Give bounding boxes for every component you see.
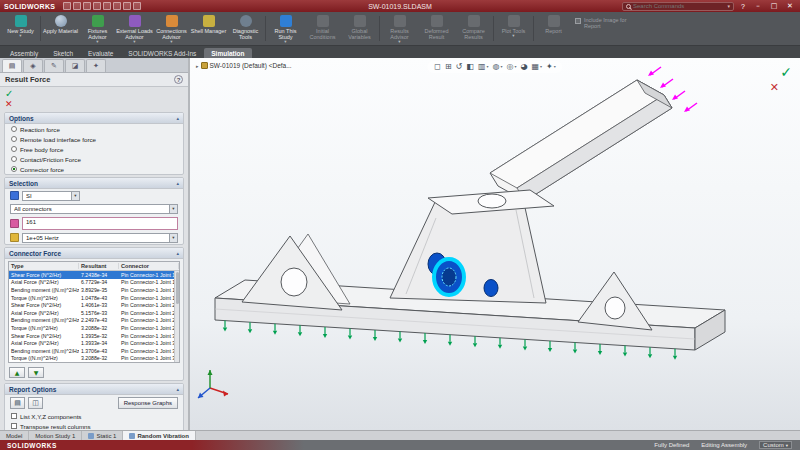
apply-scene-icon[interactable]: ▦▾ bbox=[531, 62, 542, 72]
radio-contact-friction-force[interactable]: Contact/Friction Force bbox=[5, 154, 183, 164]
search-chevron-icon[interactable]: ▾ bbox=[727, 3, 730, 9]
graphics-viewport[interactable]: ▸ SW-01019 (Default) <Defa... ◻ ⊞ ↺ ◧ ▥▾… bbox=[190, 58, 800, 430]
table-row[interactable]: Bending moment ((N.m)^2/Hz) 1.3706e-43 P… bbox=[9, 347, 179, 355]
left-bracket[interactable] bbox=[242, 234, 350, 310]
connector-force-group-header[interactable]: Connector Force ▴ bbox=[5, 248, 183, 259]
transpose-result-columns-checkbox[interactable]: Transpose result columns bbox=[5, 421, 183, 430]
rebuild-icon[interactable] bbox=[123, 2, 131, 10]
radio-reaction-force[interactable]: Reaction force bbox=[5, 124, 183, 134]
feature-tree-flyout[interactable]: ▸ SW-01019 (Default) <Defa... bbox=[196, 62, 292, 69]
table-row[interactable]: Axial Force (N^2/Hz) 6.7729e-34 Pin Conn… bbox=[9, 279, 179, 287]
frequency-select[interactable]: 1e+05 Hertz ▾ bbox=[22, 233, 178, 243]
table-row[interactable]: Bending moment ((N.m)^2/Hz) 3.8929e-35 P… bbox=[9, 286, 179, 294]
section-view-icon[interactable]: ◧ bbox=[466, 62, 474, 72]
table-row[interactable]: Shear Force (N^2/Hz) 1.3935e-32 Pin Conn… bbox=[9, 332, 179, 340]
scrollbar-thumb[interactable] bbox=[176, 272, 179, 304]
ribbon-initial-conditions-button[interactable]: Initial Conditions bbox=[304, 13, 341, 44]
zoom-area-icon[interactable]: ⊞ bbox=[445, 62, 452, 72]
cancel-button[interactable]: ✕ bbox=[5, 100, 17, 109]
ribbon-new-study-button[interactable]: New Study ▾ bbox=[2, 13, 39, 44]
tab-static-1[interactable]: Static 1 bbox=[82, 431, 123, 440]
table-row[interactable]: Torque ((N.m)^2/Hz) 3.2088e-32 Pin Conne… bbox=[9, 324, 179, 332]
tab-assembly[interactable]: Assembly bbox=[3, 48, 45, 58]
ribbon-plot-tools-button[interactable]: Plot Tools ▾ bbox=[495, 13, 532, 44]
export-results-button[interactable]: ◫ bbox=[28, 397, 43, 409]
tab-solidworks-add-ins[interactable]: SOLIDWORKS Add-Ins bbox=[121, 48, 203, 58]
table-scrollbar[interactable] bbox=[174, 271, 179, 362]
redo-icon[interactable] bbox=[113, 2, 121, 10]
ribbon-global-variables-button[interactable]: Global Variables bbox=[341, 13, 378, 44]
tab-display-manager[interactable]: ◪ bbox=[65, 59, 85, 72]
edit-appearance-icon[interactable]: ◕ bbox=[520, 62, 527, 72]
tab-model[interactable]: Model bbox=[0, 431, 29, 440]
ribbon-compare-results-button[interactable]: Compare Results bbox=[455, 13, 492, 44]
confirm-ok-icon[interactable]: ✓ bbox=[780, 66, 792, 78]
undo-icon[interactable] bbox=[103, 2, 111, 10]
view-settings-icon[interactable]: ✦▾ bbox=[546, 62, 556, 72]
list-xyz-components-checkbox[interactable]: List X,Y,Z components bbox=[5, 411, 183, 421]
tab-random-vibration[interactable]: Random Vibration bbox=[123, 431, 196, 440]
diagonal-tube[interactable] bbox=[490, 80, 672, 201]
ribbon-deformed-result-button[interactable]: Deformed Result bbox=[418, 13, 455, 44]
table-row[interactable]: Torque ((N.m)^2/Hz) 1.0478e-43 Pin Conne… bbox=[9, 294, 179, 302]
tab-dimxpert-manager[interactable]: ✎ bbox=[44, 59, 64, 72]
zoom-fit-icon[interactable]: ◻ bbox=[434, 62, 441, 72]
ribbon-diagnostic-tools-button[interactable]: Diagnostic Tools bbox=[227, 13, 264, 44]
tab-simulation[interactable]: Simulation bbox=[204, 48, 251, 58]
previous-view-icon[interactable]: ↺ bbox=[456, 62, 463, 72]
help-button[interactable]: ? bbox=[738, 3, 748, 10]
ribbon-run-this-study-button[interactable]: Run This Study ▾ bbox=[267, 13, 304, 44]
units-select[interactable]: SI ▾ bbox=[22, 191, 80, 201]
tab-evaluate[interactable]: Evaluate bbox=[81, 48, 120, 58]
include-image-for-report-checkbox[interactable]: Include Image for Report bbox=[575, 17, 639, 44]
view-orientation-icon[interactable]: ▥▾ bbox=[478, 62, 489, 72]
report-options-group-header[interactable]: Report Options ▴ bbox=[5, 384, 183, 395]
ribbon-external-loads-advisor-button[interactable]: External Loads Advisor ▾ bbox=[116, 13, 153, 44]
table-row[interactable]: Axial Force (N^2/Hz) 5.1576e-33 Pin Conn… bbox=[9, 309, 179, 317]
maximize-button[interactable]: □ bbox=[768, 1, 780, 11]
tab-simulation-manager[interactable]: ✦ bbox=[86, 59, 106, 72]
move-up-button[interactable]: ▲ bbox=[9, 367, 25, 378]
ribbon-apply-material-button[interactable]: Apply Material bbox=[42, 13, 79, 44]
units-dropdown[interactable]: Custom ▾ bbox=[759, 441, 792, 449]
ribbon-connections-advisor-button[interactable]: Connections Advisor ▾ bbox=[153, 13, 190, 44]
tab-motion-study-1[interactable]: Motion Study 1 bbox=[29, 431, 82, 440]
response-graphs-button[interactable]: Response Graphs bbox=[118, 397, 178, 409]
print-icon[interactable] bbox=[93, 2, 101, 10]
open-icon[interactable] bbox=[73, 2, 81, 10]
search-input[interactable] bbox=[633, 3, 725, 9]
display-style-icon[interactable]: ◍▾ bbox=[492, 62, 502, 72]
radio-remote-load-interface-force[interactable]: Remote load interface force bbox=[5, 134, 183, 144]
selected-entity-listbox[interactable]: 161 bbox=[22, 217, 178, 230]
center-bracket[interactable] bbox=[390, 190, 554, 303]
options-icon[interactable] bbox=[133, 2, 141, 10]
right-bracket[interactable] bbox=[578, 272, 652, 330]
tab-property-manager[interactable]: ▤ bbox=[2, 59, 22, 72]
ok-button[interactable]: ✓ bbox=[5, 89, 17, 99]
radio-connector-force[interactable]: Connector force bbox=[5, 164, 183, 174]
tab-sketch[interactable]: Sketch bbox=[46, 48, 80, 58]
save-results-button[interactable]: ▤ bbox=[10, 397, 25, 409]
help-icon[interactable]: ? bbox=[174, 75, 183, 84]
ribbon-fixtures-advisor-button[interactable]: Fixtures Advisor ▾ bbox=[79, 13, 116, 44]
table-row[interactable]: Torque ((N.m)^2/Hz) 3.2088e-32 Pin Conne… bbox=[9, 355, 179, 363]
tab-configuration-manager[interactable]: ◈ bbox=[23, 59, 43, 72]
ribbon-shell-manager-button[interactable]: Shell Manager bbox=[190, 13, 227, 44]
options-group-header[interactable]: Options ▴ bbox=[5, 113, 183, 124]
ribbon-report-button[interactable]: Report bbox=[535, 13, 572, 44]
confirm-cancel-icon[interactable]: ✕ bbox=[770, 83, 779, 93]
pin-connector-selected[interactable] bbox=[434, 259, 464, 295]
table-row[interactable]: Shear Force (N^2/Hz) 7.2438e-34 Pin Conn… bbox=[9, 271, 179, 279]
connector-scope-select[interactable]: All connectors ▾ bbox=[10, 204, 178, 214]
selection-group-header[interactable]: Selection ▴ bbox=[5, 178, 183, 189]
move-down-button[interactable]: ▼ bbox=[28, 367, 44, 378]
table-row[interactable]: Bending moment ((N.m)^2/Hz) 2.2497e-43 P… bbox=[9, 317, 179, 325]
ribbon-results-advisor-button[interactable]: Results Advisor ▾ bbox=[381, 13, 418, 44]
assembly-model[interactable] bbox=[190, 58, 800, 430]
minimize-button[interactable]: – bbox=[752, 1, 764, 11]
table-row[interactable]: Axial Force (N^2/Hz) 1.3933e-34 Pin Conn… bbox=[9, 339, 179, 347]
radio-free-body-force[interactable]: Free body force bbox=[5, 144, 183, 154]
table-row[interactable]: Shear Force (N^2/Hz) 1.4061e-33 Pin Conn… bbox=[9, 301, 179, 309]
save-icon[interactable] bbox=[83, 2, 91, 10]
hide-show-items-icon[interactable]: ◎▾ bbox=[506, 62, 516, 72]
